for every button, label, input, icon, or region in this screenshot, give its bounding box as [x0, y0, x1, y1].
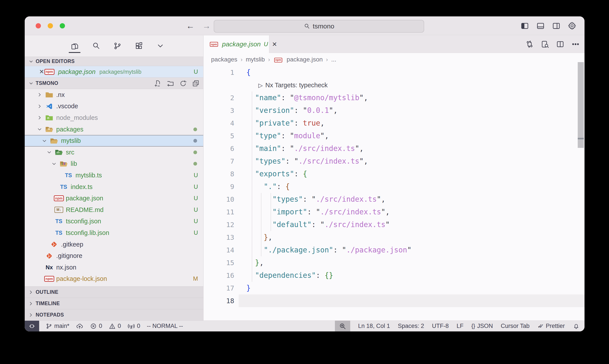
more-actions-icon[interactable]	[571, 39, 580, 49]
tree-item-nx-json[interactable]: Nxnx.json	[25, 262, 203, 273]
tree-item-package-json[interactable]: npmpackage.jsonU	[25, 193, 203, 204]
tree-item-tsconfig-json[interactable]: TStsconfig.jsonU	[25, 216, 203, 227]
status-cloud-upload[interactable]	[76, 323, 83, 330]
tree-item-label: src	[66, 149, 74, 156]
open-changes-icon[interactable]	[525, 39, 534, 49]
code-line: 6 "main": "./src/index.ts",	[204, 142, 584, 155]
status-bar-left: main*000-- NORMAL --	[25, 321, 183, 331]
breadcrumb-separator-icon: ›	[241, 56, 243, 63]
line-number: 9	[204, 180, 234, 193]
status-main[interactable]: main*	[46, 323, 69, 329]
forward-arrow-icon[interactable]: →	[202, 22, 211, 30]
code-area[interactable]: 1{▷Nx Targets: typecheck2 "name": "@tsmo…	[204, 66, 584, 321]
refresh-icon[interactable]	[179, 79, 187, 88]
activity-item-explorer[interactable]	[70, 39, 80, 53]
split-editor-icon[interactable]	[556, 39, 565, 49]
run-play-icon[interactable]: ▷	[258, 82, 263, 89]
section-header-timeline[interactable]: TIMELINE	[25, 298, 203, 309]
ts-icon: TS	[54, 230, 64, 236]
command-center-search[interactable]: tsmono	[214, 20, 424, 33]
activity-item-extensions[interactable]	[134, 39, 144, 53]
section-header-outline[interactable]: OUTLINE	[25, 286, 203, 298]
remote-indicator[interactable]	[25, 321, 39, 332]
tree-item-packages[interactable]: packages	[25, 124, 203, 135]
tree-item-gitignore[interactable]: .gitignore	[25, 250, 203, 262]
status-label: Cursor Tab	[501, 323, 530, 329]
activity-item-source-control[interactable]	[112, 39, 122, 53]
breadcrumb-segment[interactable]: package.json	[286, 56, 323, 63]
new-folder-icon[interactable]	[166, 79, 175, 88]
tree-item-tsconfig-lib-json[interactable]: TStsconfig.lib.jsonU	[25, 227, 203, 239]
status-zoom-in[interactable]	[335, 321, 350, 332]
sidebar-bottom-sections: OUTLINETIMELINENOTEPADS	[25, 286, 203, 321]
tree-item-lib[interactable]: lib	[25, 158, 203, 170]
vertical-scrollbar[interactable]	[578, 62, 584, 148]
tree-item-readme-md[interactable]: M↓README.mdU	[25, 204, 203, 216]
status-lf[interactable]: LF	[456, 323, 464, 329]
status-0[interactable]: 0	[90, 323, 102, 330]
back-arrow-icon[interactable]: ←	[186, 22, 194, 30]
status-normal[interactable]: -- NORMAL --	[147, 323, 183, 329]
broadcast-icon	[128, 323, 135, 330]
gear-icon[interactable]	[568, 21, 577, 30]
open-preview-icon[interactable]	[540, 39, 549, 49]
code-line: 8 "exports": {	[204, 168, 584, 180]
status-ln-18-col-1[interactable]: Ln 18, Col 1	[358, 323, 390, 329]
breadcrumb-segment[interactable]: packages	[211, 56, 237, 63]
activity-item-search[interactable]	[91, 39, 101, 53]
codelens-nx-targets[interactable]: ▷Nx Targets: typecheck	[258, 79, 328, 92]
tab-bar: npm package.json U ✕	[204, 35, 584, 53]
close-icon[interactable]: ✕	[39, 68, 44, 75]
status-prettier[interactable]: ✓✓Prettier	[537, 323, 565, 330]
tree-item-mytslib-ts[interactable]: TSmytslib.tsU	[25, 169, 203, 181]
section-header-notepads[interactable]: NOTEPADS	[25, 309, 203, 321]
open-editor-item[interactable]: ✕npmpackage.jsonpackages/mytslibU	[25, 66, 203, 78]
code-text: "version": "0.0.1",	[246, 104, 337, 117]
status-label: Spaces: 2	[398, 323, 424, 329]
panel-right-icon[interactable]	[552, 21, 561, 30]
tree-item-gitkeep[interactable]: .gitkeep	[25, 239, 203, 250]
collapse-all-icon[interactable]	[191, 79, 200, 88]
line-number: 13	[204, 231, 234, 244]
line-number: 8	[204, 168, 234, 180]
status-0[interactable]: 0	[128, 323, 140, 330]
chevron-right-icon	[35, 92, 44, 97]
panel-bottom-icon[interactable]	[536, 21, 545, 30]
status-label: UTF-8	[432, 323, 449, 329]
tree-item-vscode[interactable]: .vscode	[25, 101, 203, 112]
chevron-down-icon	[45, 150, 54, 155]
new-file-icon[interactable]	[153, 79, 162, 88]
tab-package-json[interactable]: npm package.json U ✕	[204, 35, 269, 53]
code-text: "default": "./src/index.ts"	[246, 218, 390, 231]
activity-item-more-views[interactable]	[155, 39, 165, 53]
explorer-section-header[interactable]: TSMONO	[25, 78, 203, 89]
status-cursor-tab[interactable]: Cursor Tab	[501, 323, 530, 329]
breadcrumb-segment[interactable]: mytslib	[246, 56, 265, 63]
close-window-button[interactable]	[36, 23, 41, 28]
tree-item-label: tsconfig.lib.json	[66, 229, 109, 236]
chevron-down-icon	[35, 127, 44, 132]
zoom-window-button[interactable]	[60, 23, 65, 28]
status-spaces-2[interactable]: Spaces: 2	[398, 323, 424, 329]
tree-item-index-ts[interactable]: TSindex.tsU	[25, 181, 203, 193]
chevron-right-icon	[28, 312, 33, 318]
tree-item-mytslib[interactable]: mytslib	[25, 135, 203, 147]
git-status-badge: M	[193, 275, 198, 282]
panel-left-icon[interactable]	[520, 21, 529, 30]
status-json[interactable]: {}JSON	[471, 323, 493, 329]
tree-item-package-lock-json[interactable]: npmpackage-lock.jsonM	[25, 273, 203, 285]
chevron-down-icon	[28, 80, 34, 86]
status-utf-8[interactable]: UTF-8	[432, 323, 449, 329]
close-icon[interactable]: ✕	[272, 41, 277, 48]
tree-item-nx[interactable]: .nx	[25, 89, 203, 101]
tree-item-node-modules[interactable]: nnode_modules	[25, 112, 203, 124]
status-0[interactable]: 0	[109, 323, 121, 330]
status-bell[interactable]	[573, 323, 580, 330]
tree-item-label: .gitignore	[56, 252, 82, 260]
breadcrumb-segment[interactable]: ...	[331, 56, 336, 63]
tree-item-src[interactable]: ‹/›src	[25, 147, 203, 158]
minimize-window-button[interactable]	[48, 23, 53, 28]
open-editor-path-label: packages/mytslib	[100, 69, 142, 75]
open-editors-header[interactable]: OPEN EDITORS	[25, 57, 203, 66]
nx-icon: Nx	[44, 264, 54, 271]
